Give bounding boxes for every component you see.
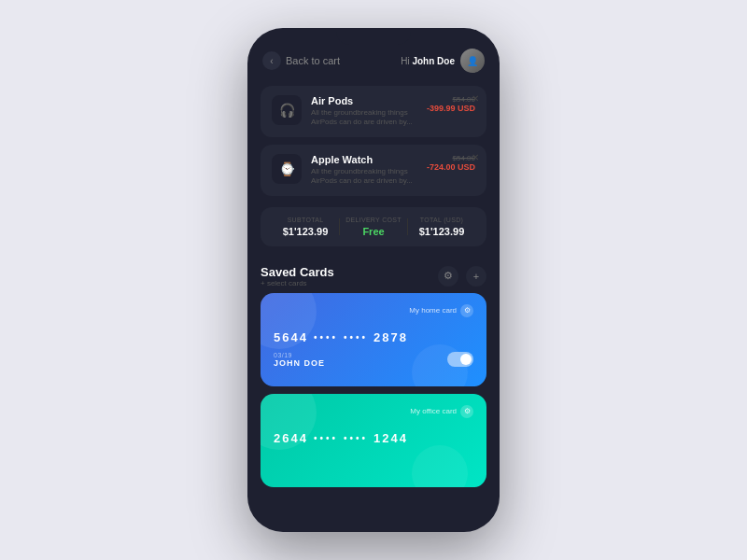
discount-price: -399.99 USD <box>427 104 475 113</box>
credit-card-home[interactable]: My home card ⚙ 5644 •••• •••• 2878 03/19… <box>261 293 486 386</box>
card-settings-icon[interactable]: ⚙ <box>460 304 473 317</box>
delivery-value: Free <box>340 226 407 237</box>
card-decoration <box>412 445 468 487</box>
remove-item-button[interactable]: ✕ <box>472 152 479 162</box>
card-number-end: 1244 <box>374 431 408 445</box>
card-holder-info: 03/19 JOHN DOE <box>274 352 325 368</box>
card-dots-1: •••• <box>314 332 338 343</box>
saved-cards-subtitle: + select cards <box>261 279 334 287</box>
item-info-watch: Apple Watch All the groundbreaking thing… <box>311 154 417 187</box>
original-price: $54.00 <box>427 95 475 104</box>
discount-price: -724.00 USD <box>427 162 475 172</box>
card-settings-icon[interactable]: ⚙ <box>460 405 473 418</box>
item-price-watch: $54.00 -724.00 USD <box>427 154 475 172</box>
phone-content: ‹ Back to cart Hi John Doe 👤 🎧 Air Pods … <box>247 28 500 532</box>
credit-card-office[interactable]: My office card ⚙ 2644 •••• •••• 1244 <box>261 394 486 487</box>
phone-notch <box>336 28 411 45</box>
item-price-airpods: $54.00 -399.99 USD <box>427 95 475 113</box>
card-dots-2: •••• <box>344 433 368 443</box>
card-dots-1: •••• <box>314 433 338 443</box>
item-desc: All the groundbreaking things AirPods ca… <box>311 167 417 187</box>
back-label: Back to cart <box>286 55 340 66</box>
card-toggle[interactable] <box>447 352 473 367</box>
subtotal-label: SUBTOTAL <box>272 217 339 223</box>
item-icon-airpods: 🎧 <box>272 95 302 125</box>
subtotal-value: $1'123.99 <box>272 226 339 237</box>
saved-cards-actions: ⚙ + <box>438 266 486 287</box>
item-desc: All the groundbreaking things AirPods ca… <box>311 108 417 128</box>
card-dots-2: •••• <box>344 332 368 343</box>
order-summary: SUBTOTAL $1'123.99 DELIVERY COST Free TO… <box>261 207 486 246</box>
cart-item: 🎧 Air Pods All the groundbreaking things… <box>261 86 486 137</box>
back-arrow-icon: ‹ <box>262 51 281 70</box>
remove-item-button[interactable]: ✕ <box>472 93 479 104</box>
greeting-text: Hi John Doe <box>401 56 455 66</box>
item-name: Apple Watch <box>311 154 417 165</box>
total-value: $1'123.99 <box>408 226 475 237</box>
settings-icon-button[interactable]: ⚙ <box>438 266 458 287</box>
user-area: Hi John Doe 👤 <box>401 49 485 73</box>
card-expiry: 03/19 <box>274 352 325 358</box>
total-label: TOTAL (USD) <box>408 217 475 223</box>
cart-item: ⌚ Apple Watch All the groundbreaking thi… <box>261 145 486 196</box>
item-name: Air Pods <box>311 95 417 106</box>
avatar[interactable]: 👤 <box>460 49 485 73</box>
card-holder-name: JOHN DOE <box>274 358 325 368</box>
cards-container: My home card ⚙ 5644 •••• •••• 2878 03/19… <box>247 293 500 500</box>
saved-cards-title-area: Saved Cards + select cards <box>261 265 334 287</box>
saved-cards-header: Saved Cards + select cards ⚙ + <box>247 258 500 293</box>
saved-cards-title: Saved Cards <box>261 265 334 279</box>
phone-frame: ‹ Back to cart Hi John Doe 👤 🎧 Air Pods … <box>247 28 500 532</box>
summary-delivery: DELIVERY COST Free <box>340 217 407 237</box>
item-icon-watch: ⌚ <box>272 154 302 184</box>
summary-subtotal: SUBTOTAL $1'123.99 <box>272 217 339 237</box>
cart-items-section: 🎧 Air Pods All the groundbreaking things… <box>247 82 500 207</box>
summary-total: TOTAL (USD) $1'123.99 <box>408 217 475 237</box>
original-price: $54.00 <box>427 154 475 162</box>
card-label: My home card <box>409 306 457 315</box>
back-button[interactable]: ‹ Back to cart <box>262 51 340 70</box>
delivery-label: DELIVERY COST <box>340 217 407 223</box>
user-name: John Doe <box>412 56 455 66</box>
toggle-knob <box>460 354 472 365</box>
item-info-airpods: Air Pods All the groundbreaking things A… <box>311 95 417 128</box>
card-label: My office card <box>410 407 457 415</box>
card-number-end: 2878 <box>374 330 408 344</box>
add-card-button[interactable]: + <box>466 266 486 287</box>
